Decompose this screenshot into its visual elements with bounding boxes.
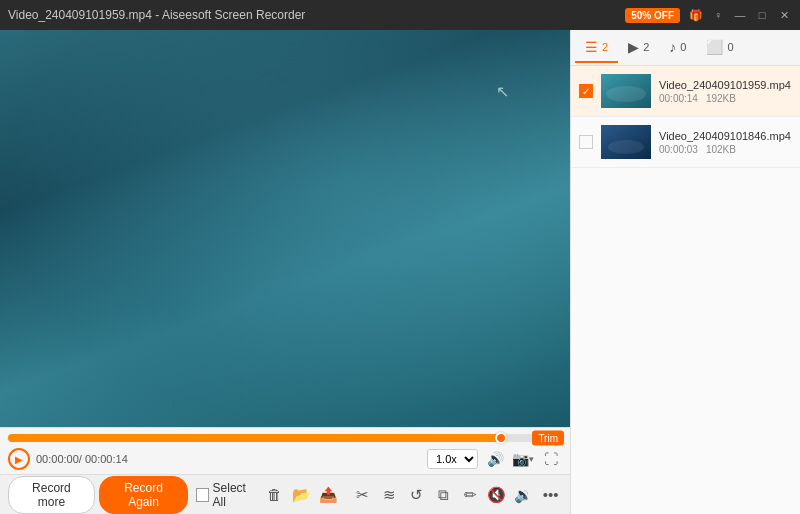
audio-tab-icon: ♪ — [669, 39, 676, 55]
video-preview: ↖ — [0, 30, 570, 427]
file-info-2: Video_240409101846.mp4 00:00:03 102KB — [659, 130, 792, 155]
file-name-2: Video_240409101846.mp4 — [659, 130, 792, 142]
file-thumbnail-2 — [601, 125, 651, 159]
close-button[interactable]: ✕ — [776, 7, 792, 23]
video-count: 2 — [643, 41, 649, 53]
maximize-button[interactable]: □ — [754, 7, 770, 23]
select-all-checkbox[interactable] — [196, 488, 208, 502]
speed-selector[interactable]: 1.0x 0.5x 1.5x 2.0x — [427, 449, 478, 469]
file-thumbnail-1 — [601, 74, 651, 108]
action-bar: Record more Record Again Select All 🗑 📂 … — [0, 474, 570, 514]
audio-mute-icon[interactable]: 🔇 — [485, 482, 508, 508]
file-checkbox-1[interactable]: ✓ — [579, 84, 593, 98]
select-all-label: Select All — [213, 481, 256, 509]
select-all-area: Select All — [196, 481, 255, 509]
left-panel: ↖ Trim ▶ 00:00:00/ 00:00:14 1.0x 0.5x 1.… — [0, 30, 570, 514]
more-icon[interactable]: ••• — [539, 482, 562, 508]
waveform-icon[interactable]: ≋ — [378, 482, 401, 508]
file-info-1: Video_240409101959.mp4 00:00:14 192KB — [659, 79, 792, 104]
file-meta-2: 00:00:03 102KB — [659, 144, 792, 155]
tab-audio[interactable]: ♪ 0 — [659, 33, 696, 63]
record-again-button[interactable]: Record Again — [99, 476, 188, 514]
svg-point-1 — [606, 86, 646, 102]
svg-point-3 — [608, 140, 644, 154]
window-controls: 🎁 ♀ — □ ✕ — [688, 7, 792, 23]
gift-button[interactable]: 🎁 — [688, 7, 704, 23]
play-button[interactable]: ▶ — [8, 448, 30, 470]
right-tabs: ☰ 2 ▶ 2 ♪ 0 ⬜ 0 — [571, 30, 800, 66]
volume-icon[interactable]: 🔊 — [484, 448, 506, 470]
user-button[interactable]: ♀ — [710, 7, 726, 23]
rotate-icon[interactable]: ↺ — [405, 482, 428, 508]
time-display: 00:00:00/ 00:00:14 — [36, 453, 136, 465]
file-item-1[interactable]: ✓ Video_240409101959.mp4 — [571, 66, 800, 117]
file-size-2: 102KB — [706, 144, 736, 155]
progress-track[interactable]: Trim — [8, 434, 562, 442]
file-meta-1: 00:00:14 192KB — [659, 93, 792, 104]
image-count: 0 — [727, 41, 733, 53]
video-tab-icon: ▶ — [628, 39, 639, 55]
file-name-1: Video_240409101959.mp4 — [659, 79, 792, 91]
file-duration-2: 00:00:03 — [659, 144, 698, 155]
progress-fill — [8, 434, 507, 442]
fullscreen-icon[interactable]: ⛶ — [540, 448, 562, 470]
window-title: Video_240409101959.mp4 - Aiseesoft Scree… — [8, 8, 625, 22]
scissors-icon[interactable]: ✂ — [351, 482, 374, 508]
delete-icon[interactable]: 🗑 — [263, 482, 286, 508]
tab-image[interactable]: ⬜ 0 — [696, 33, 743, 63]
playback-controls: ▶ 00:00:00/ 00:00:14 1.0x 0.5x 1.5x 2.0x… — [8, 448, 562, 470]
title-bar: Video_240409101959.mp4 - Aiseesoft Scree… — [0, 0, 800, 30]
tab-all-files[interactable]: ☰ 2 — [575, 33, 618, 63]
record-more-button[interactable]: Record more — [8, 476, 95, 514]
volume-down-icon[interactable]: 🔉 — [512, 482, 535, 508]
controls-bar: Trim ▶ 00:00:00/ 00:00:14 1.0x 0.5x 1.5x… — [0, 427, 570, 474]
audio-count: 0 — [680, 41, 686, 53]
main-layout: ↖ Trim ▶ 00:00:00/ 00:00:14 1.0x 0.5x 1.… — [0, 30, 800, 514]
edit-icon[interactable]: ✏ — [459, 482, 482, 508]
copy-icon[interactable]: ⧉ — [432, 482, 455, 508]
file-item-2[interactable]: Video_240409101846.mp4 00:00:03 102KB — [571, 117, 800, 168]
tab-video[interactable]: ▶ 2 — [618, 33, 659, 63]
trim-button[interactable]: Trim — [532, 431, 564, 446]
all-files-count: 2 — [602, 41, 608, 53]
file-size-1: 192KB — [706, 93, 736, 104]
export-icon[interactable]: 📤 — [317, 482, 340, 508]
right-panel: ☰ 2 ▶ 2 ♪ 0 ⬜ 0 ✓ — [570, 30, 800, 514]
file-duration-1: 00:00:14 — [659, 93, 698, 104]
camera-icon[interactable]: 📷▾ — [512, 448, 534, 470]
file-list: ✓ Video_240409101959.mp4 — [571, 66, 800, 514]
list-icon: ☰ — [585, 39, 598, 55]
promo-badge[interactable]: 50% OFF — [625, 8, 680, 23]
file-checkbox-2[interactable] — [579, 135, 593, 149]
image-tab-icon: ⬜ — [706, 39, 723, 55]
folder-open-icon[interactable]: 📂 — [290, 482, 313, 508]
minimize-button[interactable]: — — [732, 7, 748, 23]
progress-handle[interactable] — [495, 432, 507, 444]
